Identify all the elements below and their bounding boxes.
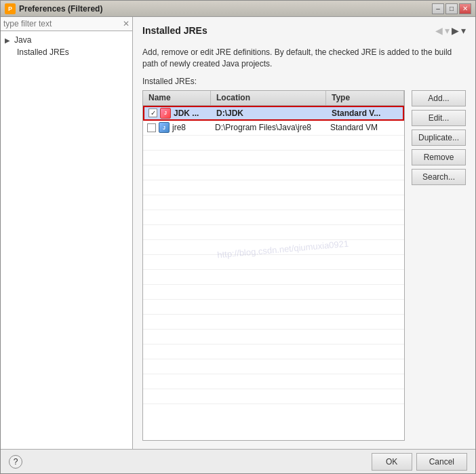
nav-back-icon[interactable]: ◀ xyxy=(435,25,443,36)
row2-type-cell: Standard VM xyxy=(326,121,404,134)
table-row[interactable]: J jre8 D:\Program Files\Java\jre8 Standa… xyxy=(143,121,404,136)
preferences-window: P Preferences (Filtered) – □ ✕ ✕ ▶ Java … xyxy=(0,0,476,474)
col-header-location: Location xyxy=(211,91,326,105)
table-header: Name Location Type xyxy=(143,91,404,106)
tree-expand-arrow: ▶ xyxy=(5,37,14,44)
row1-type-cell: Standard V... xyxy=(328,107,403,119)
filter-input[interactable] xyxy=(3,19,123,28)
maximize-button[interactable]: □ xyxy=(445,3,458,14)
empty-row xyxy=(143,285,404,300)
empty-row xyxy=(143,195,404,210)
remove-button[interactable]: Remove xyxy=(412,149,466,165)
titlebar: P Preferences (Filtered) – □ ✕ xyxy=(1,1,475,17)
row2-type: Standard VM xyxy=(330,123,378,132)
col-header-name: Name xyxy=(143,91,211,105)
empty-row xyxy=(143,136,404,151)
tree-item-installed-jres[interactable]: Installed JREs xyxy=(1,46,132,58)
side-buttons: Add... Edit... Duplicate... Remove Searc… xyxy=(412,90,466,441)
jdk-icon: J xyxy=(160,108,171,119)
empty-row xyxy=(143,330,404,344)
empty-row xyxy=(143,255,404,270)
content-area: ✕ ▶ Java Installed JREs Installed JREs ◀… xyxy=(1,17,475,449)
edit-button[interactable]: Edit... xyxy=(412,110,466,126)
installed-label: Installed JREs: xyxy=(142,77,466,86)
left-panel: ✕ ▶ Java Installed JREs xyxy=(1,17,133,449)
row2-name-cell: J jre8 xyxy=(143,121,211,134)
right-header: Installed JREs ◀ ▾ ▶ ▾ xyxy=(142,25,466,41)
table-and-buttons: Name Location Type xyxy=(142,90,466,441)
col-header-type: Type xyxy=(326,91,404,105)
ok-button[interactable]: OK xyxy=(372,453,412,471)
jre-table: Name Location Type xyxy=(142,90,405,441)
empty-row xyxy=(143,210,404,225)
row2-location-cell: D:\Program Files\Java\jre8 xyxy=(211,121,326,134)
window-icon: P xyxy=(5,3,16,14)
empty-row xyxy=(143,344,404,359)
empty-row xyxy=(143,315,404,330)
description-text: Add, remove or edit JRE definitions. By … xyxy=(142,47,466,70)
tree-java-label: Java xyxy=(14,35,31,45)
tree-installed-jres-label: Installed JREs xyxy=(17,47,69,57)
duplicate-button[interactable]: Duplicate... xyxy=(412,130,466,146)
jre-icon: J xyxy=(159,122,170,133)
tree-area: ▶ Java Installed JREs xyxy=(1,31,132,449)
empty-row xyxy=(143,374,404,389)
help-icon[interactable]: ? xyxy=(9,455,22,469)
add-button[interactable]: Add... xyxy=(412,90,466,106)
nav-dropdown-icon[interactable]: ▾ xyxy=(445,25,450,36)
minimize-button[interactable]: – xyxy=(432,3,444,14)
search-button[interactable]: Search... xyxy=(412,169,466,185)
row1-type: Standard V... xyxy=(332,108,380,118)
titlebar-buttons: – □ ✕ xyxy=(432,3,471,14)
row2-name: jre8 xyxy=(172,123,186,132)
empty-row xyxy=(143,165,404,180)
window-title: Preferences (Filtered) xyxy=(19,4,432,14)
table-row[interactable]: J JDK ... D:\JDK Standard V... xyxy=(143,106,404,121)
empty-row xyxy=(143,151,404,165)
empty-row xyxy=(143,389,404,404)
nav-forward-icon[interactable]: ▶ xyxy=(452,25,459,36)
row2-checkbox[interactable] xyxy=(147,123,156,132)
filter-bar: ✕ xyxy=(1,17,132,31)
close-button[interactable]: ✕ xyxy=(459,3,471,14)
row1-name-cell: J JDK ... xyxy=(144,106,212,120)
bottom-buttons: OK Cancel xyxy=(372,453,467,471)
filter-clear-icon[interactable]: ✕ xyxy=(123,19,130,28)
empty-row xyxy=(143,300,404,315)
nav-forward-dropdown-icon[interactable]: ▾ xyxy=(461,25,466,36)
row1-location-cell: D:\JDK xyxy=(212,107,328,119)
tree-item-java[interactable]: ▶ Java xyxy=(1,34,132,46)
section-title: Installed JREs xyxy=(142,25,207,36)
row1-name: JDK ... xyxy=(174,108,199,118)
bottom-bar: ? OK Cancel xyxy=(1,449,475,473)
nav-arrows: ◀ ▾ ▶ ▾ xyxy=(435,25,466,36)
row1-location: D:\JDK xyxy=(216,108,243,118)
empty-row xyxy=(143,359,404,374)
cancel-button[interactable]: Cancel xyxy=(416,453,467,471)
empty-row xyxy=(143,225,404,240)
row1-checkbox[interactable] xyxy=(148,108,157,117)
empty-row xyxy=(143,180,404,195)
empty-row xyxy=(143,240,404,255)
right-panel: Installed JREs ◀ ▾ ▶ ▾ Add, remove or ed… xyxy=(133,17,475,449)
empty-row xyxy=(143,270,404,285)
row2-location: D:\Program Files\Java\jre8 xyxy=(215,123,311,132)
table-body: J JDK ... D:\JDK Standard V... xyxy=(143,106,404,440)
